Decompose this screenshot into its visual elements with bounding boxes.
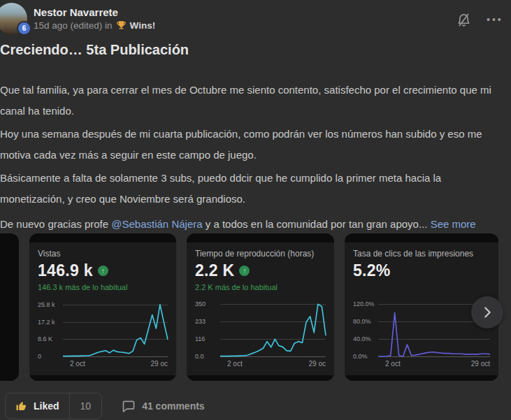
comments-count-label: 41 comments [142,400,204,412]
trophy-icon [116,20,127,31]
paragraph-text: y a todos en la comunidad por tan gran a… [203,218,431,230]
paragraph-text: De nuevo gracias profe [0,218,111,230]
metric-delta [353,283,490,292]
x-axis-labels: 2 oct 29 oct [378,360,490,368]
metric-delta: 146.3 k más de lo habitual [38,283,168,292]
trend-up-icon: ↑ [98,266,108,276]
notifications-muted-bell-icon[interactable] [456,12,472,28]
ctr-line-chart: 120.0%80.0%40.0%0.0% [353,300,490,356]
post-footer: Liked 10 41 comments [5,391,511,420]
carousel-next-button[interactable] [471,296,503,328]
previous-carousel-item[interactable]: us [0,233,19,381]
post-paragraph: Básicamente a falta de solamente 3 subs,… [0,168,498,210]
y-axis-labels: 25.8 k17.2 k8.6 K0 [38,300,63,356]
chart-plot [220,300,326,356]
author-name[interactable]: Nestor Navarrete [34,6,118,18]
post-meta: 15d ago (edited) in Wins! [34,20,155,31]
y-axis-labels: 3502331160.0 [195,300,220,356]
mention-link[interactable]: @Sebastián Nájera [111,218,202,230]
card-bottom-band [345,375,498,381]
metric-value: 146.9 k [38,261,93,280]
post-header: 6 Nestor Navarrete 15d ago (edited) in W… [0,0,511,39]
post-paragraph: Que tal familia, ya para cerrar el mes d… [0,80,498,122]
x-tick: 29 oc [309,360,326,368]
x-tick: 2 oct [220,360,243,368]
metric-title: Tiempo de reproducción (horas) [195,249,326,259]
y-axis-labels: 120.0%80.0%40.0%0.0% [353,300,378,356]
card-top-band [345,233,498,242]
x-tick: 2 oct [378,360,401,368]
chevron-right-icon [480,305,495,320]
x-axis-labels: 2 oct 29 oc [63,360,168,368]
metric-value: 5.2% [353,261,391,280]
analytics-card-views[interactable]: Vistas 146.9 k ↑ 146.3 k más de lo habit… [29,233,176,381]
level-badge: 6 [17,21,31,36]
card-top-band [29,233,176,242]
liked-button[interactable]: Liked [6,393,69,419]
metric-title: Tasa de clics de las impresiones [353,249,490,259]
x-tick: 29 oc [151,360,168,368]
timestamp: 15d ago (edited) in [34,20,113,31]
metric-value: 2.2 K [195,261,234,280]
card-top-band [187,233,334,242]
category-link[interactable]: Wins! [130,20,156,31]
card-bottom-band [187,375,334,381]
like-count[interactable]: 10 [69,393,102,419]
see-more-link[interactable]: See more [431,218,476,230]
attachment-carousel: us Vistas 146.9 k ↑ 146.3 k más de lo ha… [0,233,511,381]
metric-delta: 2.2 K más de lo habitual [195,283,326,292]
analytics-card-watchtime[interactable]: Tiempo de reproducción (horas) 2.2 K ↑ 2… [187,233,334,381]
x-axis-labels: 2 oct 29 oc [220,360,326,368]
watchtime-line-chart: 3502331160.0 [195,300,326,356]
liked-label: Liked [34,400,59,412]
more-options-icon[interactable]: ••• [487,14,503,25]
x-tick: 29 oct [471,360,490,368]
views-line-chart: 25.8 k17.2 k8.6 K0 [38,300,168,356]
comment-bubble-icon [122,399,136,413]
post-paragraph: Hoy una semana después de mi cuarta publ… [0,124,498,166]
post-title: Creciendo… 5ta Publicación [0,42,498,58]
like-bar: Liked 10 [5,393,102,419]
post-paragraph: De nuevo gracias profe @Sebastián Nájera… [0,214,498,235]
card-bottom-band [29,375,176,381]
thumbs-up-icon [15,400,28,412]
comments-button[interactable]: 41 comments [122,399,204,413]
trend-up-icon: ↑ [239,266,250,276]
x-tick: 2 oct [63,360,85,368]
community-post: 6 Nestor Navarrete 15d ago (edited) in W… [0,0,511,420]
chart-plot [63,300,168,356]
metric-title: Vistas [38,249,168,259]
